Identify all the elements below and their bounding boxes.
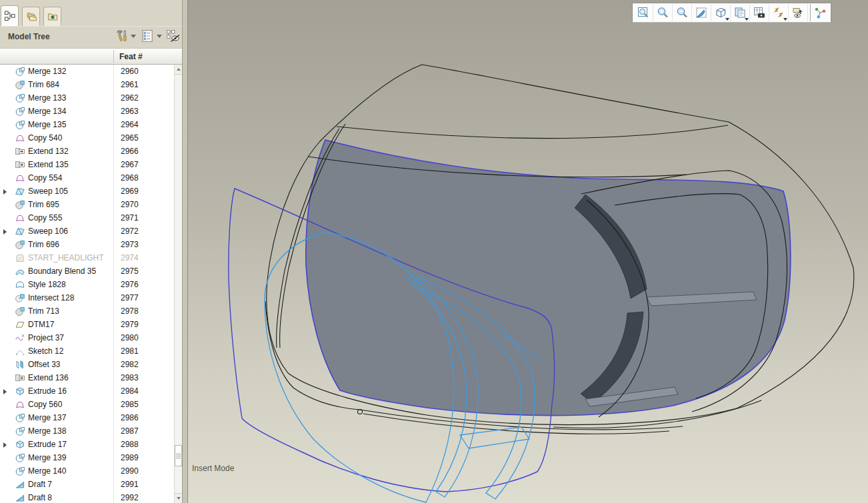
annotation-display-button[interactable] [789,4,808,21]
feature-label[interactable]: Sketch 12 [28,346,63,356]
tree-row[interactable]: Trim 6842961 [0,78,174,91]
tree-row[interactable]: Merge 1352964 [0,118,174,131]
scroll-down-button[interactable] [175,493,182,503]
tab-favorites[interactable] [43,7,61,26]
repaint-button[interactable] [692,4,711,21]
dropdown-caret-icon[interactable] [783,18,787,21]
feature-label[interactable]: Copy 560 [28,400,62,409]
display-style-button[interactable] [711,4,731,21]
feature-label[interactable]: DTM17 [28,320,54,329]
tree-row[interactable]: Merge 1402990 [0,464,174,478]
tree-row[interactable]: Sketch 122981 [0,344,174,358]
feature-label[interactable]: Merge 135 [28,120,66,129]
tree-row[interactable]: Merge 1342963 [0,105,174,118]
zoom-out-button[interactable] [673,4,692,21]
tree-row[interactable]: Boundary Blend 352975 [0,264,174,278]
zoom-in-button[interactable] [653,4,673,21]
feature-label[interactable]: Offset 33 [28,360,60,369]
tree-row[interactable]: Intersect 1282977 [0,291,174,304]
feature-label[interactable]: Extend 132 [28,147,69,156]
dropdown-caret-icon[interactable] [725,18,729,21]
feature-label[interactable]: Sweep 106 [28,227,68,236]
feature-label[interactable]: Merge 137 [28,413,66,422]
feature-label[interactable]: Extrude 16 [28,386,67,396]
tree-scrollbar[interactable] [174,65,182,503]
feature-label[interactable]: Copy 540 [28,133,62,143]
tree-row[interactable]: Project 372980 [0,331,174,344]
view-capture-button[interactable] [750,4,769,21]
tree-row[interactable]: Draft 72991 [0,478,174,491]
tree-row[interactable]: Extend 1362983 [0,371,174,384]
headlight-lens-surface[interactable] [306,140,791,416]
expand-arrow-icon[interactable] [3,389,7,394]
refit-button[interactable] [634,4,653,21]
tree-row[interactable]: Extend 1352967 [0,158,174,171]
panel-divider[interactable] [182,0,188,503]
feature-label[interactable]: Merge 132 [28,67,66,76]
feature-label[interactable]: Trim 713 [28,306,59,316]
feature-label[interactable]: Extend 135 [28,160,69,169]
feature-label[interactable]: Boundary Blend 35 [28,266,96,276]
feature-label[interactable]: Merge 133 [28,93,66,103]
feature-label[interactable]: Trim 696 [28,240,59,249]
tree-row[interactable]: Merge 1332962 [0,91,174,105]
tree-row[interactable]: Copy 5602985 [0,398,174,411]
feature-label[interactable]: Merge 140 [28,466,66,476]
feature-label[interactable]: Sweep 105 [28,187,68,196]
tree-row[interactable]: Merge 1382987 [0,424,174,438]
tree-row[interactable]: Copy 5552971 [0,211,174,225]
feature-label[interactable]: Extend 136 [28,373,69,382]
feature-label[interactable]: Copy 555 [28,213,62,223]
feature-label[interactable]: Trim 695 [28,200,59,209]
saved-view-list-button[interactable] [731,4,750,21]
feature-label[interactable]: Style 1828 [28,280,66,289]
feature-label[interactable]: Merge 134 [28,107,66,116]
feature-label[interactable]: Merge 139 [28,453,66,462]
tree-row[interactable]: Trim 6962973 [0,238,174,251]
scroll-up-button[interactable] [175,65,182,75]
tree-row[interactable]: Merge 1322960 [0,65,174,78]
tree-filters-button[interactable] [114,29,136,43]
tree-row[interactable]: DTM172979 [0,318,174,331]
tree-row[interactable]: Extrude 162984 [0,384,174,398]
feature-label[interactable]: Draft 8 [28,493,52,502]
tree-row[interactable]: START_HEADLIGHT2974 [0,251,174,264]
feature-label[interactable]: Trim 684 [28,80,59,89]
tree-row[interactable]: Merge 1372986 [0,411,174,424]
tree-row[interactable]: Merge 1392989 [0,451,174,464]
housing-top-wire[interactable] [337,125,728,139]
scroll-thumb[interactable] [175,445,182,466]
dropdown-caret-icon[interactable] [745,18,749,21]
feature-label[interactable]: Merge 138 [28,426,66,436]
feature-label[interactable]: Extrude 17 [28,440,67,449]
feature-label[interactable]: Project 37 [28,333,64,342]
tree-row[interactable]: Style 18282976 [0,278,174,291]
feature-label[interactable]: START_HEADLIGHT [28,253,104,262]
expand-arrow-icon[interactable] [3,229,7,235]
feature-label[interactable]: Copy 554 [28,173,62,183]
tree-row[interactable]: Trim 6952970 [0,198,174,211]
tree-row[interactable]: Extend 1322966 [0,145,174,158]
tree-row[interactable]: Trim 7132978 [0,304,174,318]
tab-folder-browser[interactable] [22,7,40,26]
expand-arrow-icon[interactable] [3,189,7,195]
tree-row[interactable]: Sweep 1052969 [0,185,174,198]
tree-row[interactable]: Copy 5542968 [0,171,174,185]
tree-row[interactable]: Draft 82992 [0,491,174,503]
graphics-viewport[interactable]: Insert Mode [188,0,868,503]
feature-label[interactable]: Intersect 128 [28,293,74,302]
tree-row[interactable]: Extrude 172988 [0,438,174,451]
feature-label[interactable]: Draft 7 [28,480,52,489]
spin-center-button[interactable] [810,4,829,21]
tree-row[interactable]: Copy 5402965 [0,131,174,145]
tree-row[interactable]: Sweep 1062972 [0,225,174,238]
tree-row[interactable]: Offset 332982 [0,358,174,371]
expand-arrow-icon[interactable] [3,442,7,448]
dropdown-caret-icon[interactable] [157,35,162,38]
datum-display-button[interactable] [769,4,789,21]
feature-number: 2977 [121,293,139,302]
tree-column-settings-button[interactable] [166,29,181,43]
tree-display-options-button[interactable] [140,29,162,43]
tab-model-tree[interactable] [1,5,19,26]
dropdown-caret-icon[interactable] [131,35,136,38]
